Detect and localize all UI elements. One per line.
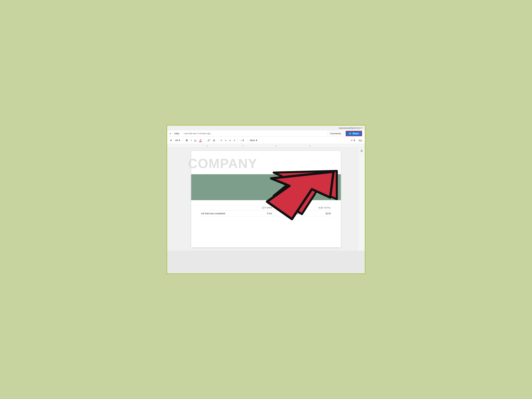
col-description-header xyxy=(200,205,249,210)
table-header-row: QTY/HRS UNIT PRICE SUB TOTAL xyxy=(200,205,332,210)
toolbar-dropdown-arrow[interactable]: ▼ xyxy=(169,138,173,142)
menu-item-s[interactable]: s xyxy=(170,132,171,135)
account-bar: ●●●●●●●●●@gmail.com ▼ xyxy=(167,126,365,130)
document-page: COMPANY INVOICE Prepared for Company Nam… xyxy=(191,151,341,247)
align-left-button[interactable]: ≡ xyxy=(220,138,223,142)
pencil-icon: ✏ xyxy=(351,139,353,142)
line-spacing-icon: ↕ xyxy=(241,139,242,142)
line-spacing-arrow: ▼ xyxy=(242,139,244,142)
italic-button[interactable]: I xyxy=(190,138,192,142)
comments-button[interactable]: Comments xyxy=(327,131,344,136)
toolbar-separator-5 xyxy=(247,138,247,142)
last-edit-text: Last edit was 3 minutes ago xyxy=(184,132,211,135)
invoice-band: INVOICE Prepared for Company Name • Proj… xyxy=(191,174,341,200)
account-dropdown-icon[interactable]: ▼ xyxy=(361,127,363,129)
app-window: ●●●●●●●●●@gmail.com ▼ s Help Last edit w… xyxy=(166,125,366,274)
link-button[interactable]: 🔗 xyxy=(206,138,211,142)
panel-icon-1[interactable]: ☰ xyxy=(361,149,363,152)
underline-button[interactable]: U xyxy=(193,138,197,142)
more-button[interactable]: More ▼ xyxy=(249,138,259,142)
text-color-button[interactable]: A xyxy=(198,138,203,143)
row-description: ork that was completed xyxy=(200,210,249,216)
toolbar-separator-4 xyxy=(238,138,238,142)
align-right-button[interactable]: ≡ xyxy=(228,138,232,142)
header-right: Comments 🔒 Share xyxy=(327,131,362,136)
align-center-button[interactable]: ≡ xyxy=(224,138,227,142)
bold-button[interactable]: B xyxy=(185,138,189,142)
menu-bar: s Help Last edit was 3 minutes ago Comme… xyxy=(167,130,365,137)
row-unit-price: $25/hr xyxy=(274,210,304,216)
more-arrow: ▼ xyxy=(255,139,258,142)
font-size-arrow: ▼ xyxy=(178,139,180,142)
menu-item-help[interactable]: Help xyxy=(174,132,179,135)
table-button[interactable]: ⊞ xyxy=(212,138,216,142)
pencil-arrow: ▼ xyxy=(353,139,355,142)
collapse-button[interactable]: ⋀⋀ xyxy=(357,138,363,142)
ruler-mark-3: 3 xyxy=(207,145,208,147)
account-email: ●●●●●●●●●@gmail.com xyxy=(339,127,361,129)
line-spacing-button[interactable]: ↕ ▼ xyxy=(240,138,245,142)
font-size-value: 48 xyxy=(175,139,178,142)
col-unit-price-header: UNIT PRICE xyxy=(274,205,304,210)
col-qty-header: QTY/HRS xyxy=(249,205,274,210)
align-justify-button[interactable]: ≡ xyxy=(233,138,236,142)
ruler: 3 4 5 6 xyxy=(167,144,365,148)
right-panel: ☰ xyxy=(358,148,365,251)
share-label: Share xyxy=(352,132,359,135)
text-color-label: A xyxy=(200,139,201,141)
toolbar-separator-2 xyxy=(204,138,205,142)
invoice-title: INVOICE xyxy=(200,179,332,187)
toolbar-separator-1 xyxy=(183,138,183,142)
ruler-mark-4: 4 xyxy=(242,145,243,147)
col-sub-total-header: SUB TOTAL xyxy=(304,205,332,210)
font-size-control[interactable]: 48 ▼ xyxy=(174,138,181,142)
lock-icon: 🔒 xyxy=(349,132,351,135)
document-area: COMPANY INVOICE Prepared for Company Nam… xyxy=(167,148,365,251)
row-sub-total: $125 xyxy=(304,210,332,216)
ruler-mark-5: 5 xyxy=(276,145,277,147)
company-watermark: COMPANY xyxy=(188,156,257,171)
color-bar xyxy=(199,141,202,142)
row-qty: 5 hrs xyxy=(249,210,274,216)
share-button[interactable]: 🔒 Share xyxy=(346,131,362,136)
ruler-mark-6: 6 xyxy=(309,145,310,147)
more-label: More xyxy=(250,139,255,142)
toolbar: ▼ 48 ▼ B I U A 🔗 ⊞ ≡ ≡ ≡ ≡ ↕ ▼ More ▼ xyxy=(167,137,365,144)
invoice-subtitle-line2: John Cooper • 000.000.000 xyxy=(200,191,332,195)
invoice-table: QTY/HRS UNIT PRICE SUB TOTAL ork that wa… xyxy=(200,205,332,217)
pencil-button[interactable]: ✏ ▼ xyxy=(350,138,356,142)
table-row: ork that was completed 5 hrs $25/hr $125 xyxy=(200,210,332,216)
invoice-subtitle-line1: Prepared for Company Name • Project: Pro… xyxy=(200,188,332,191)
